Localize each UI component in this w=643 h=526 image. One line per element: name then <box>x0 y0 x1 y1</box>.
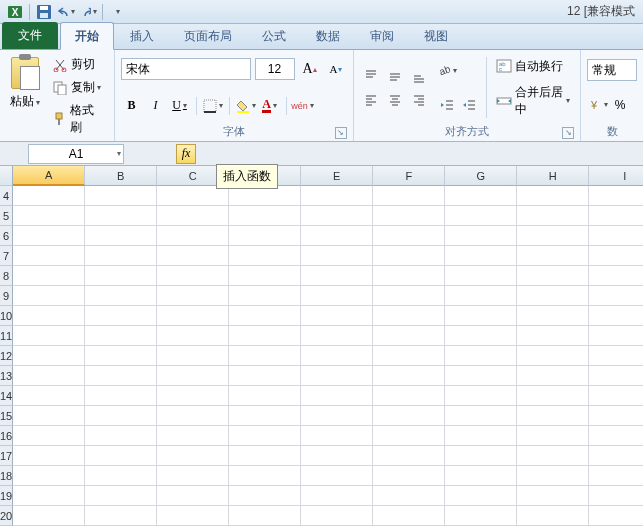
cell[interactable] <box>445 306 517 326</box>
font-color-button[interactable]: A▾ <box>259 95 281 117</box>
undo-icon[interactable]: ▾ <box>57 3 75 21</box>
bold-button[interactable]: B <box>121 95 143 117</box>
cell[interactable] <box>589 446 643 466</box>
cell[interactable] <box>301 466 373 486</box>
merge-center-button[interactable]: 合并后居中▾ <box>492 82 574 120</box>
cell[interactable] <box>13 306 85 326</box>
align-middle-button[interactable] <box>384 65 406 87</box>
fill-color-button[interactable]: ▾ <box>235 95 257 117</box>
cell[interactable] <box>157 246 229 266</box>
cell[interactable] <box>373 366 445 386</box>
cell[interactable] <box>229 306 301 326</box>
cell[interactable] <box>373 226 445 246</box>
cell[interactable] <box>85 386 157 406</box>
cell[interactable] <box>445 446 517 466</box>
cell[interactable] <box>373 406 445 426</box>
cell[interactable] <box>13 426 85 446</box>
cell[interactable] <box>85 346 157 366</box>
cell[interactable] <box>85 406 157 426</box>
cell[interactable] <box>13 206 85 226</box>
cell[interactable] <box>373 306 445 326</box>
align-bottom-button[interactable] <box>408 65 430 87</box>
cell[interactable] <box>445 406 517 426</box>
cell[interactable] <box>589 306 643 326</box>
cell[interactable] <box>229 246 301 266</box>
cell[interactable] <box>229 226 301 246</box>
cell[interactable] <box>85 506 157 526</box>
cell[interactable] <box>517 206 589 226</box>
cell[interactable] <box>229 466 301 486</box>
cell[interactable] <box>373 346 445 366</box>
cell[interactable] <box>13 286 85 306</box>
column-header[interactable]: B <box>85 166 157 186</box>
cell[interactable] <box>229 286 301 306</box>
cell[interactable] <box>85 206 157 226</box>
row-header[interactable]: 14 <box>0 386 13 406</box>
align-right-button[interactable] <box>408 89 430 111</box>
tab-view[interactable]: 视图 <box>410 23 462 49</box>
decrease-indent-button[interactable] <box>436 94 458 116</box>
row-header[interactable]: 16 <box>0 426 13 446</box>
cell[interactable] <box>517 306 589 326</box>
cell[interactable] <box>445 226 517 246</box>
cell[interactable] <box>301 226 373 246</box>
cell[interactable] <box>85 186 157 206</box>
cell[interactable] <box>373 446 445 466</box>
percent-button[interactable]: % <box>609 94 631 116</box>
cell[interactable] <box>373 286 445 306</box>
cell[interactable] <box>85 286 157 306</box>
cell[interactable] <box>301 366 373 386</box>
row-header[interactable]: 17 <box>0 446 13 466</box>
cell[interactable] <box>13 326 85 346</box>
phonetic-button[interactable]: wén▾ <box>292 95 314 117</box>
row-header[interactable]: 10 <box>0 306 13 326</box>
cell[interactable] <box>301 446 373 466</box>
cell[interactable] <box>517 366 589 386</box>
tab-home[interactable]: 开始 <box>60 22 114 50</box>
cell[interactable] <box>301 266 373 286</box>
cell[interactable] <box>301 426 373 446</box>
cell[interactable] <box>301 386 373 406</box>
cell[interactable] <box>445 346 517 366</box>
cell[interactable] <box>13 366 85 386</box>
cell[interactable] <box>157 206 229 226</box>
cell[interactable] <box>517 486 589 506</box>
underline-button[interactable]: U▾ <box>169 95 191 117</box>
cell[interactable] <box>13 486 85 506</box>
cell[interactable] <box>517 226 589 246</box>
column-header[interactable]: H <box>517 166 589 186</box>
cell[interactable] <box>85 426 157 446</box>
row-header[interactable]: 13 <box>0 366 13 386</box>
cell[interactable] <box>229 186 301 206</box>
cell[interactable] <box>301 246 373 266</box>
cell[interactable] <box>85 306 157 326</box>
cell[interactable] <box>301 186 373 206</box>
cell[interactable] <box>445 246 517 266</box>
align-top-button[interactable] <box>360 65 382 87</box>
align-center-button[interactable] <box>384 89 406 111</box>
cell[interactable] <box>85 326 157 346</box>
font-size-combo[interactable] <box>255 58 295 80</box>
row-header[interactable]: 18 <box>0 466 13 486</box>
cell[interactable] <box>229 386 301 406</box>
tab-page-layout[interactable]: 页面布局 <box>170 23 246 49</box>
cell[interactable] <box>157 446 229 466</box>
currency-button[interactable]: ¥▾ <box>587 94 609 116</box>
cell[interactable] <box>85 366 157 386</box>
cell[interactable] <box>589 286 643 306</box>
cell[interactable] <box>157 426 229 446</box>
cell[interactable] <box>589 226 643 246</box>
cell[interactable] <box>589 206 643 226</box>
cell[interactable] <box>157 226 229 246</box>
cell[interactable] <box>445 366 517 386</box>
align-left-button[interactable] <box>360 89 382 111</box>
cell[interactable] <box>157 386 229 406</box>
cell[interactable] <box>445 426 517 446</box>
row-header[interactable]: 7 <box>0 246 13 266</box>
font-name-combo[interactable] <box>121 58 251 80</box>
column-header[interactable]: I <box>589 166 643 186</box>
cell[interactable] <box>589 386 643 406</box>
cell[interactable] <box>229 326 301 346</box>
cell[interactable] <box>13 446 85 466</box>
cell[interactable] <box>157 186 229 206</box>
